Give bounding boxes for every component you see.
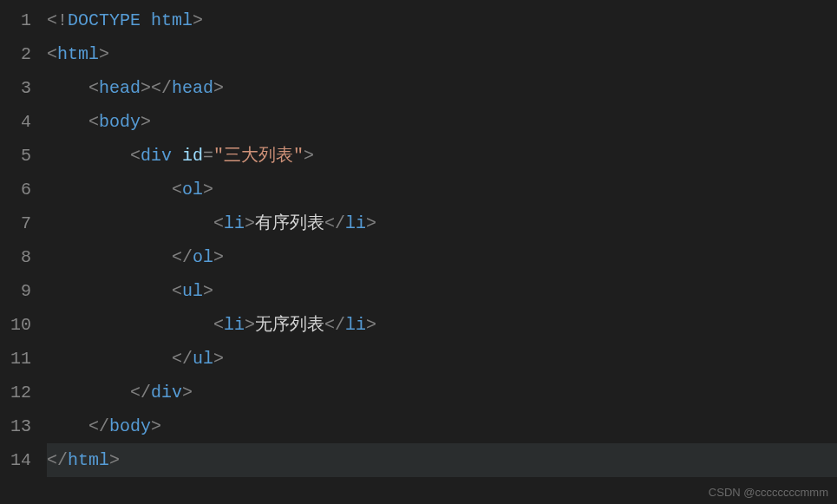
line-number: 11 <box>7 342 31 376</box>
punct: </ <box>324 308 345 342</box>
ul-tag: ul <box>193 342 213 376</box>
punct: < <box>47 37 57 71</box>
punct: = <box>203 139 213 173</box>
punct: > <box>366 206 376 240</box>
punct: < <box>88 105 99 139</box>
punct: < <box>213 206 224 240</box>
punct: < <box>172 173 182 206</box>
punct: < <box>130 139 141 173</box>
line-number: 12 <box>7 376 31 409</box>
code-line[interactable]: <div id="三大列表"> <box>47 139 837 173</box>
code-line[interactable]: <body> <box>47 105 837 139</box>
line-number-gutter: 1 2 3 4 5 6 7 8 9 10 11 12 13 14 <box>0 0 47 504</box>
li-tag: li <box>224 206 245 240</box>
punct: </ <box>151 71 172 105</box>
punct: > <box>245 206 255 240</box>
punct: > <box>213 342 224 376</box>
doctype-keyword: DOCTYPE <box>68 3 141 37</box>
code-line[interactable]: <li>无序列表</li> <box>47 308 837 342</box>
ol-tag: ol <box>182 173 203 206</box>
line-number: 14 <box>7 443 31 477</box>
punct: > <box>151 409 161 443</box>
body-tag: body <box>109 409 151 443</box>
li-text: 有序列表 <box>255 206 324 240</box>
line-number: 7 <box>7 206 31 240</box>
punct: > <box>304 139 314 173</box>
code-line[interactable]: <li>有序列表</li> <box>47 206 837 240</box>
punct: > <box>213 240 224 274</box>
ul-tag: ul <box>182 274 203 308</box>
code-line[interactable]: <ol> <box>47 173 837 206</box>
code-line-active[interactable]: </html> <box>47 443 837 477</box>
code-line[interactable]: </body> <box>47 409 837 443</box>
punct: > <box>99 37 109 71</box>
code-content-area[interactable]: <!DOCTYPE html> <html> <head></head> <bo… <box>47 0 837 504</box>
punct: > <box>213 71 224 105</box>
ol-tag: ol <box>193 240 213 274</box>
line-number: 4 <box>7 105 31 139</box>
code-line[interactable]: <head></head> <box>47 71 837 105</box>
punct: > <box>193 3 203 37</box>
punct: > <box>366 308 376 342</box>
li-tag: li <box>345 206 366 240</box>
body-tag: body <box>99 105 141 139</box>
line-number: 13 <box>7 409 31 443</box>
punct: <! <box>47 3 68 37</box>
punct: < <box>213 308 224 342</box>
head-tag: head <box>172 71 213 105</box>
doctype-value: html <box>151 3 193 37</box>
punct: > <box>203 274 213 308</box>
li-tag: li <box>224 308 245 342</box>
div-tag: div <box>151 376 182 409</box>
punct: > <box>203 173 213 206</box>
punct: > <box>141 71 151 105</box>
code-line[interactable]: <!DOCTYPE html> <box>47 3 837 37</box>
line-number: 10 <box>7 308 31 342</box>
punct: < <box>172 274 182 308</box>
line-number: 3 <box>7 71 31 105</box>
punct: > <box>141 105 151 139</box>
line-number: 9 <box>7 274 31 308</box>
code-line[interactable]: <ul> <box>47 274 837 308</box>
punct: </ <box>130 376 151 409</box>
line-number: 1 <box>7 3 31 37</box>
code-line[interactable]: </div> <box>47 376 837 409</box>
id-attr-value: "三大列表" <box>213 139 304 173</box>
punct: > <box>109 443 120 477</box>
punct: </ <box>172 342 193 376</box>
punct: < <box>88 71 99 105</box>
punct: </ <box>172 240 193 274</box>
punct: > <box>245 308 255 342</box>
line-number: 2 <box>7 37 31 71</box>
code-line[interactable]: </ul> <box>47 342 837 376</box>
line-number: 5 <box>7 139 31 173</box>
li-tag: li <box>345 308 366 342</box>
id-attr: id <box>182 139 203 173</box>
code-line[interactable]: </ol> <box>47 240 837 274</box>
punct: > <box>182 376 193 409</box>
punct: </ <box>47 443 68 477</box>
code-editor[interactable]: 1 2 3 4 5 6 7 8 9 10 11 12 13 14 <!DOCTY… <box>0 0 837 504</box>
div-tag: div <box>141 139 172 173</box>
watermark: CSDN @ccccccccmmm <box>709 486 828 499</box>
punct: </ <box>88 409 109 443</box>
li-text: 无序列表 <box>255 308 324 342</box>
code-line[interactable]: <html> <box>47 37 837 71</box>
html-tag: html <box>57 37 99 71</box>
head-tag: head <box>99 71 141 105</box>
html-tag: html <box>68 443 109 477</box>
line-number: 6 <box>7 173 31 206</box>
punct: </ <box>324 206 345 240</box>
line-number: 8 <box>7 240 31 274</box>
